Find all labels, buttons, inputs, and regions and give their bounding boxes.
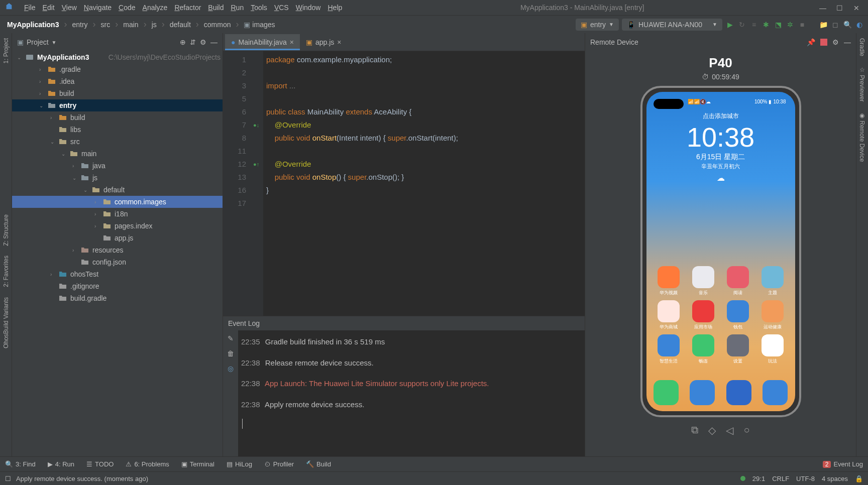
phone-app[interactable]: 玩法 xyxy=(757,334,788,365)
menu-vcs[interactable]: VCS xyxy=(271,3,292,13)
target-icon[interactable]: ◎ xyxy=(228,365,234,373)
record-icon[interactable] xyxy=(820,39,827,46)
phone-app[interactable]: 智慧生活 xyxy=(654,334,684,365)
tree-node[interactable]: ›.gradle xyxy=(12,63,223,75)
tree-node[interactable]: config.json xyxy=(12,256,223,268)
edit-icon[interactable]: ✎ xyxy=(228,334,234,342)
tree-node[interactable]: ›common.images xyxy=(12,196,223,208)
bottom-build[interactable]: 🔨 Build xyxy=(306,460,331,468)
tree-node[interactable]: ⌄default xyxy=(12,184,223,196)
bottom-event-log[interactable]: 2 Event Log xyxy=(823,460,863,468)
gear-icon[interactable]: ⚙ xyxy=(832,38,839,46)
tree-node[interactable]: libs xyxy=(12,124,223,136)
run-icon[interactable]: ▶ xyxy=(725,20,734,29)
menu-help[interactable]: Help xyxy=(324,3,345,13)
rail-favorites[interactable]: 2: Favorites xyxy=(0,251,12,292)
breadcrumb[interactable]: MyApplication3 xyxy=(4,19,62,31)
status-cursor-pos[interactable]: 29:1 xyxy=(752,475,765,482)
phone-app[interactable]: 运动健康 xyxy=(757,300,788,330)
menu-build[interactable]: Build xyxy=(205,3,227,13)
lock-icon[interactable]: 🔒 xyxy=(855,475,863,482)
trash-icon[interactable]: 🗑 xyxy=(227,349,234,357)
gear-icon[interactable]: ⚙ xyxy=(200,38,206,46)
rail-previewer[interactable]: ☆ Previewer xyxy=(856,61,868,107)
tree-node[interactable]: ›build xyxy=(12,111,223,124)
bottom-find[interactable]: 🔍 3: Find xyxy=(5,460,36,468)
tree-node[interactable]: ›ohosTest xyxy=(12,268,223,280)
code-area[interactable]: 12356781112131617 ●↓ ●↑ package com.exam… xyxy=(223,51,585,316)
stop-icon[interactable]: ■ xyxy=(798,20,807,29)
menu-edit[interactable]: Edit xyxy=(40,3,58,13)
dock-app[interactable] xyxy=(763,380,788,405)
breadcrumb[interactable]: src xyxy=(98,19,114,31)
close-tab-icon[interactable]: × xyxy=(290,38,294,46)
status-line-sep[interactable]: CRLF xyxy=(772,475,789,482)
tree-node[interactable]: build.gradle xyxy=(12,292,223,304)
phone-app[interactable]: 钱包 xyxy=(723,300,753,330)
status-encoding[interactable]: UTF-8 xyxy=(796,475,815,482)
breadcrumb[interactable]: ▣ images xyxy=(241,19,278,31)
menu-analyze[interactable]: Analyze xyxy=(140,3,171,13)
menu-run[interactable]: Run xyxy=(228,3,247,13)
phone-app[interactable]: 华为商城 xyxy=(654,300,684,330)
coverage-icon[interactable]: ⬔ xyxy=(774,20,783,29)
bottom-todo[interactable]: ☰ TODO xyxy=(86,460,114,468)
breadcrumb[interactable]: main xyxy=(120,19,141,31)
breadcrumb[interactable]: entry xyxy=(69,19,90,31)
tree-node[interactable]: ›pages.index xyxy=(12,220,223,232)
hide-icon[interactable]: — xyxy=(210,38,218,46)
dock-app[interactable] xyxy=(726,380,751,405)
folder-icon[interactable]: 📁 xyxy=(819,20,828,29)
bottom-hilog[interactable]: ▤ HiLog xyxy=(227,460,252,468)
tree-node[interactable]: ⌄src xyxy=(12,136,223,148)
bottom-run[interactable]: ▶ 4: Run xyxy=(48,460,74,468)
pin-icon[interactable]: 📌 xyxy=(807,38,815,46)
target-icon[interactable]: ⊕ xyxy=(180,38,186,46)
bottom-terminal[interactable]: ▣ Terminal xyxy=(181,460,214,468)
breadcrumb[interactable]: js xyxy=(149,19,160,31)
tree-node[interactable]: app.js xyxy=(12,232,223,244)
tree-node[interactable]: ›java xyxy=(12,160,223,172)
rail-gradle[interactable]: Gradle xyxy=(856,33,868,61)
tree-node[interactable]: ›resources xyxy=(12,244,223,256)
bottom-profiler[interactable]: ⏲ Profiler xyxy=(264,460,294,468)
debug-item-icon[interactable]: ≡ xyxy=(749,20,758,29)
device-selector[interactable]: 📱 HUAWEI ANA-AN00 ▼ xyxy=(622,19,722,31)
phone-app[interactable]: 设置 xyxy=(723,334,753,365)
run-config-selector[interactable]: ▣ entry ▼ xyxy=(576,19,619,31)
tree-node[interactable]: .gitignore xyxy=(12,280,223,292)
tree-node[interactable]: ⌄js xyxy=(12,172,223,184)
menu-window[interactable]: Window xyxy=(293,3,324,13)
help-icon[interactable]: ◐ xyxy=(855,20,864,29)
menu-view[interactable]: View xyxy=(59,3,80,13)
tree-node[interactable]: ⌄main xyxy=(12,148,223,160)
phone-app[interactable]: 阅读 xyxy=(723,266,753,296)
close-icon[interactable]: ✕ xyxy=(853,4,860,11)
editor-tab[interactable]: ▣app.js× xyxy=(300,34,348,50)
dock-app[interactable] xyxy=(690,380,715,405)
tree-node[interactable]: ›i18n xyxy=(12,208,223,220)
tree-node[interactable]: ›build xyxy=(12,87,223,99)
device-manager-icon[interactable]: ◻ xyxy=(831,20,840,29)
code-content[interactable]: package com.example.myapplication; impor… xyxy=(263,51,585,316)
tree-node[interactable]: ›.idea xyxy=(12,75,223,87)
breadcrumb[interactable]: default xyxy=(167,19,194,31)
status-indent[interactable]: 4 spaces xyxy=(822,475,848,482)
menu-tools[interactable]: Tools xyxy=(248,3,270,13)
editor-tab[interactable]: ●MainAbility.java× xyxy=(225,34,300,50)
close-tab-icon[interactable]: × xyxy=(337,38,341,46)
menu-code[interactable]: Code xyxy=(116,3,138,13)
log-text[interactable]: 22:35 Gradle build finished in 36 s 519 … xyxy=(238,330,585,456)
phone-screen[interactable]: 📶📶🔇☁ 100% ▮ 10:38 点击添加城市 10:38 6月15日 星期二… xyxy=(646,92,795,411)
menu-refactor[interactable]: Refactor xyxy=(171,3,204,13)
status-window-icon[interactable]: ☐ xyxy=(5,475,11,482)
debug-icon[interactable]: ✱ xyxy=(762,20,771,29)
rerun-icon[interactable]: ↻ xyxy=(737,20,746,29)
rail-remote-device[interactable]: ◉ Remote Device xyxy=(856,107,868,167)
menu-navigate[interactable]: Navigate xyxy=(81,3,115,13)
screenshot-icon[interactable]: ⧉ xyxy=(691,424,698,436)
bottom-problems[interactable]: ⚠ 6: Problems xyxy=(126,460,169,468)
phone-home-icon[interactable]: ○ xyxy=(743,424,749,436)
profiler-icon[interactable]: ✲ xyxy=(786,20,795,29)
rail-ohos[interactable]: OhosBuild Variants xyxy=(0,292,12,353)
